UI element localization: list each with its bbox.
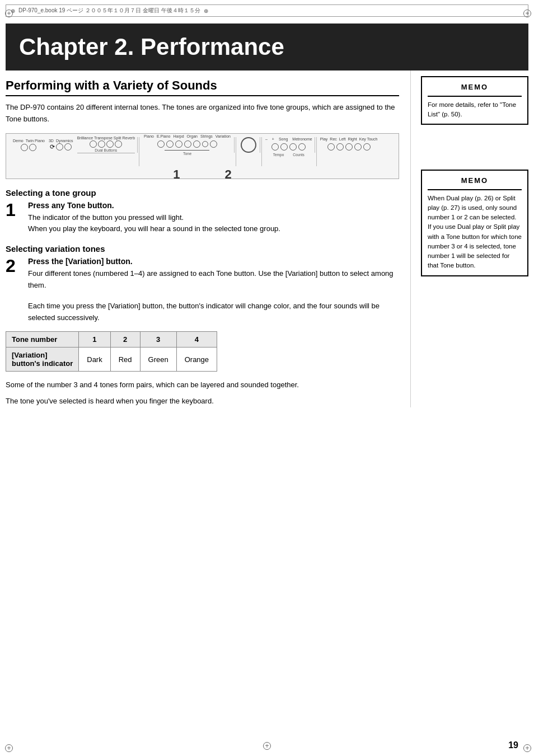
table-cell-green: Green [140, 348, 176, 372]
kb-metro-btn [298, 143, 306, 151]
kb-dyn-btn [64, 143, 72, 151]
step-1-desc-2: When you play the keyboard, you will hea… [28, 223, 399, 235]
memo-title-underline-2: MEMO [428, 175, 522, 190]
subsection-heading-2: Selecting variation tones [6, 244, 399, 253]
kb-rev-btn [115, 140, 122, 148]
table-header-2: 2 [110, 332, 140, 348]
memo-text-2: When Dual play (p. 26) or Split play (p.… [428, 194, 522, 271]
bottom-center-mark [263, 741, 271, 750]
kb-trans-btn [98, 140, 105, 148]
page-container: ⊕ DP-970_e.book 19 ページ ２００５年１０月７日 金曜日 午後… [0, 4, 534, 756]
step-2-row: 2 Press the [Variation] button. Four dif… [6, 257, 399, 323]
kb-left-section: DemoTwin Piano 3DDynamics [11, 137, 138, 153]
kb-tempo-section: –+SongMetronome TempoCounts [263, 137, 315, 153]
kb-plus-btn [280, 143, 288, 151]
main-layout: Performing with a Variety of Sounds The … [6, 71, 528, 407]
content-right: MEMO For more details, refer to "Tone Li… [411, 71, 528, 407]
diagram-arrow-2: 2 [225, 167, 232, 179]
corner-mark-tr [523, 9, 530, 16]
diagram-arrows: 1 2 [11, 167, 394, 179]
closing-text-2: The tone you've selected is heard when y… [6, 396, 399, 407]
memo-box-1: MEMO For more details, refer to "Tone Li… [421, 76, 528, 125]
step-2-title: Press the [Variation] button. [28, 257, 399, 266]
subsection-heading-1: Selecting a tone group [6, 188, 399, 198]
kb-demo-btn [21, 144, 28, 151]
memo-title-1: MEMO [428, 82, 522, 93]
memo-title-underline-1: MEMO [428, 82, 522, 97]
kb-organ-btn [184, 140, 191, 148]
step-1-content: Press any Tone button. The indicator of … [28, 201, 399, 236]
closing-text-1: Some of the number 3 and 4 tones form pa… [6, 379, 399, 391]
header-registration-right: ⊕ [204, 8, 208, 14]
kb-piano-btn [157, 140, 165, 148]
table-data-row: [Variation] button's indicator Dark Red … [6, 348, 217, 372]
table-header-1: 1 [79, 332, 110, 348]
step-1-desc-1: The indicator of the button you pressed … [28, 212, 399, 224]
corner-mark-bl [4, 744, 11, 750]
table-cell-dark: Dark [79, 348, 110, 372]
kb-left-btn [345, 143, 353, 151]
table-header-label: Tone number [6, 332, 79, 348]
section-heading: Performing with a Variety of Sounds [6, 78, 399, 96]
kb-right-section: PlayRecLeftRightKey Touch [318, 137, 380, 153]
header-text: DP-970_e.book 19 ページ ２００５年１０月７日 金曜日 午後４時… [18, 7, 200, 15]
chapter-title: Chapter 2. Performance [19, 34, 515, 60]
header-bar: ⊕ DP-970_e.book 19 ページ ２００５年１０月７日 金曜日 午後… [6, 4, 528, 17]
memo-title-2: MEMO [428, 175, 522, 186]
kb-song-btn [289, 143, 297, 151]
table-header-row: Tone number 1 2 3 4 [6, 332, 217, 348]
variation-table: Tone number 1 2 3 4 [Variation] button's… [6, 331, 217, 372]
kb-pitch-section [237, 137, 260, 153]
table-row-label: [Variation] button's indicator [6, 348, 79, 372]
table-cell-orange: Orange [176, 348, 217, 372]
kb-tone6-btn [210, 140, 217, 148]
kb-rec-btn [336, 143, 344, 151]
kb-variation-btn [202, 141, 208, 147]
table-cell-red: Red [110, 348, 140, 372]
corner-mark-br [523, 744, 530, 750]
table-header-4: 4 [176, 332, 217, 348]
memo-text-1: For more details, refer to "Tone List" (… [428, 100, 522, 120]
kb-twin-btn [29, 144, 36, 151]
memo-box-2: MEMO When Dual play (p. 26) or Split pla… [421, 170, 528, 276]
tone-label: Tone [183, 152, 191, 156]
step-2-content: Press the [Variation] button. Four diffe… [28, 257, 399, 323]
keyboard-diagram: DemoTwin Piano 3DDynamics [6, 133, 399, 179]
kb-center-section: PianoE.PianoHarpdOrganStringsVariation [140, 137, 235, 153]
kb-right-btn [354, 143, 362, 151]
step-2-desc-1: Four different tones (numbered 1–4) are … [28, 268, 399, 292]
diagram-arrow-1: 1 [173, 167, 180, 179]
kb-strings-btn [193, 140, 200, 148]
step-2-desc-2: Each time you press the [Variation] butt… [28, 300, 399, 324]
step-1-number: 1 [6, 201, 21, 219]
kb-minus-btn [271, 143, 279, 151]
content-left: Performing with a Variety of Sounds The … [6, 71, 411, 407]
kb-bril-btn [90, 140, 97, 148]
table-header-3: 3 [140, 332, 176, 348]
chapter-title-block: Chapter 2. Performance [6, 24, 528, 71]
kb-split-btn [106, 140, 114, 148]
step-2-number: 2 [6, 257, 21, 275]
kb-keytouch-btn [363, 143, 371, 151]
page-number: 19 [508, 740, 518, 750]
kb-3d-btn [56, 143, 63, 151]
kb-epiano-btn [166, 140, 174, 148]
kb-harpd-btn [175, 140, 182, 148]
corner-mark-tl [4, 9, 11, 16]
intro-text: The DP-970 contains 20 different interna… [6, 102, 399, 125]
step-1-title: Press any Tone button. [28, 201, 399, 210]
kb-play-btn [327, 143, 335, 151]
step-1-row: 1 Press any Tone button. The indicator o… [6, 201, 399, 236]
dual-buttons-label: Dual Buttons [95, 148, 117, 152]
